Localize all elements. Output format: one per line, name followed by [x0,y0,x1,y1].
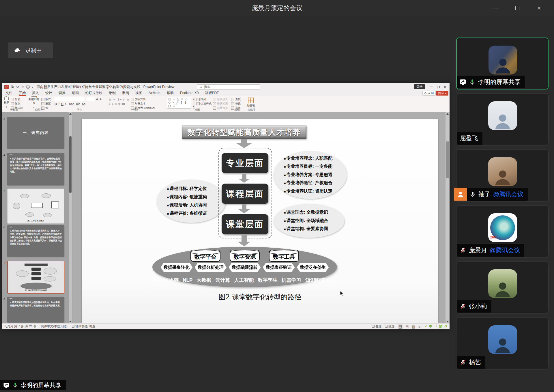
ime-icon[interactable]: ⚙ [444,324,447,329]
menu-tab[interactable]: 录制 [109,91,116,96]
reading-view-icon[interactable] [411,324,415,329]
ppt-record-button[interactable]: 录制 [422,91,436,96]
slide-canvas[interactable]: 数字化转型赋能高质量人才培养 专业培养理念: 人职匹配专业培养目标: 一专多能专… [82,119,438,323]
list-indent-icons[interactable]: ≣≔⋮≡⇄≣ [109,98,129,101]
slideshow-view-icon[interactable] [418,324,421,329]
thumbnail-scrollbar[interactable] [69,112,72,323]
recording-badge[interactable]: 录制中 [8,42,53,58]
paragraph-item[interactable]: 文字方向 [131,98,155,101]
ppt-search-box[interactable]: 搜索 [197,84,260,89]
drawing-item[interactable]: 排列 [196,98,212,101]
ime-icon[interactable]: 简 [439,324,442,329]
group-label-paragraph: 段落 [107,108,165,112]
menu-tab[interactable]: 设计 [45,91,52,96]
shape-gallery-scroll[interactable]: ▲▼ [193,97,195,109]
alignment-icons[interactable]: ≡≡≡≣▤ [109,102,129,105]
ppt-share-button[interactable]: 共享 [436,91,448,96]
signin-button[interactable]: 登录 [414,84,425,89]
font-style-button[interactable]: S [65,102,67,106]
scroll-down-icon[interactable] [446,321,449,322]
participant-tile-liming-share[interactable]: 李明的屏幕共享 [456,38,549,89]
thumbnail-slide-5[interactable]: 5 图1 人才培养新体系 [7,188,64,224]
scroll-up-icon[interactable] [446,113,449,115]
ime-status-icons[interactable]: ✓中☽简⚙ [424,324,447,329]
slide-sorter-icon[interactable] [405,324,409,329]
slide-scrollbar-thumb[interactable] [446,141,449,178]
thumbnail-slide-3[interactable]: 3 一、研究内容 [7,117,64,149]
screen-share-banner[interactable]: 李明的屏幕共享 [0,380,66,390]
close-button[interactable]: ✕ [533,0,546,16]
menu-tab[interactable]: EndNote X9 [180,91,199,96]
slide-item[interactable]: 版式 [41,98,51,101]
scroll-up-icon[interactable] [69,113,72,115]
menu-tab[interactable]: 动画 [72,91,79,96]
participant-tile-xiuzi[interactable]: 袖子@腾讯会议 [456,150,549,201]
addins-button[interactable]: 加载项 [247,97,255,108]
minimize-button[interactable] [489,0,502,16]
menu-tab[interactable]: 帮助 [167,91,174,96]
font-style-button[interactable]: AV [76,102,80,106]
comments-button[interactable]: 批注 [385,324,394,328]
participant-tile-pangjingyue[interactable]: 100 庞景月@腾讯会议 [456,206,549,257]
menu-tab[interactable]: 视图 [135,91,142,96]
participant-tile-quyingfei[interactable]: 屈盈飞 [456,94,549,145]
thumbnail-title-text: 一、研究内容 [7,117,64,149]
menu-tab[interactable]: AxMath [149,91,160,96]
avatar [488,157,517,186]
thumbnail-slide-8[interactable]: 8 3. 研究师资队伍数字化转型的路径和方法，以任务驱动提升教师数字化素养，赋能… [7,297,64,322]
save-icon[interactable] [11,85,14,89]
arrow-stem [241,139,247,143]
slideshow-icon[interactable] [26,85,30,89]
normal-view-icon[interactable] [398,324,403,329]
ime-icon[interactable]: 中 [429,324,432,329]
thumbnail-scrollbar-thumb[interactable] [69,136,72,193]
menu-tab[interactable]: 幻灯片放映 [85,91,102,96]
font-style-button[interactable]: I [59,102,59,106]
font-size-icons[interactable]: A A [96,98,102,101]
language-status[interactable]: 简体中文(中国大陆) [41,324,67,328]
accessibility-status[interactable]: 辅助功能: 调查 [72,324,95,328]
ppt-restore-button[interactable] [435,83,442,91]
thumbnail-slide-4[interactable]: 4 1. 以产业数字化和数字产业化为导向，统筹战略规划部署，提升顶层设计的战略高… [7,153,64,185]
maximize-button[interactable] [511,0,524,16]
slide-scrollbar[interactable] [446,112,450,323]
new-slide-button[interactable]: 新建幻灯片 [28,97,40,108]
font-style-button[interactable]: abc [69,102,74,106]
ppt-close-button[interactable]: ✕ [441,83,448,91]
comments-icon [385,325,388,328]
menu-tab[interactable]: 文件 [5,91,12,96]
menu-tab[interactable]: 开始 [19,91,26,96]
font-style-button[interactable]: B [55,102,57,106]
ppt-minimize-button[interactable] [428,83,435,91]
clipboard-item[interactable]: 复制 [11,102,23,106]
raised-hand-badge [454,188,467,201]
font-size-select[interactable] [86,97,95,101]
font-style-button[interactable]: Aa [82,102,85,106]
menu-tab[interactable]: 切换 [59,91,65,96]
participant-tile-yangyi[interactable]: 杨艺 [456,318,549,369]
editing-item[interactable]: 查找 [231,98,241,101]
scroll-down-icon[interactable] [69,321,72,322]
menu-tab[interactable]: 审阅 [122,91,129,96]
quick-access-caret-icon[interactable] [32,85,33,89]
ribbon-group-font: A A BIUSabcAVAa 字体 [52,96,107,112]
thumbnail-slide-6[interactable]: 6 2. 研究深化专业与课程改革的路径和方法，聚焦人才培养、教学研究、智能技术应… [7,225,64,257]
slide-item[interactable]: 重置 [41,102,51,106]
drawing-item[interactable]: 快速样式 [196,102,212,106]
paste-button[interactable]: 粘贴 [4,97,9,108]
clipboard-item[interactable]: 剪切 [11,98,23,101]
paragraph-item[interactable]: 对齐文本 [131,102,155,106]
notes-button[interactable]: 备注 [372,324,381,328]
cloud-record-icon [13,47,22,54]
shape-gallery[interactable]: ▢ ○ △ ▽ ◇ ⬭ ╲ ╱ ❴ ❵ ⬡ ☆ [167,97,191,109]
thumbnail-slide-7-selected[interactable]: 7 图2 课堂数字化转型的路径 [7,261,64,294]
menu-tab[interactable]: 福昕PDF [205,91,219,96]
editing-item[interactable]: 替换 [231,102,241,106]
font-name-select[interactable] [54,97,85,101]
font-style-button[interactable]: U [61,102,63,106]
participant-tile-zhangxiaoli[interactable]: 张小莉 [456,262,549,313]
ime-icon[interactable]: ☽ [434,324,437,329]
undo-icon[interactable] [16,85,19,89]
ppt-window-title: 面向新质生产力发展的“智能+X”特色专业群数字化转型的探索与实践 - Power… [37,85,174,89]
ime-icon[interactable]: ✓ [424,324,427,329]
